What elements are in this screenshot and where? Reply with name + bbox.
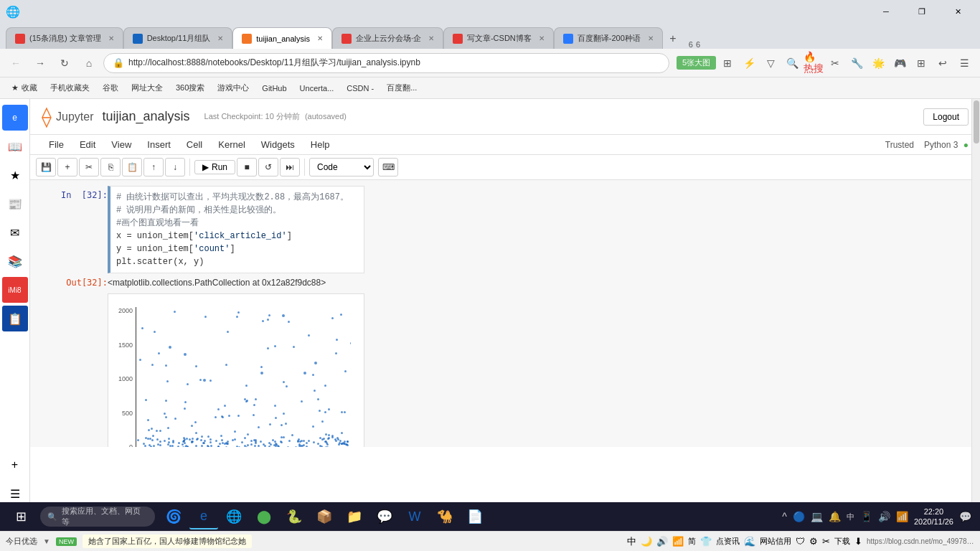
tools4-button[interactable]: 🎮 — [890, 53, 910, 73]
notebook-content[interactable]: In [32]: # 由统计数据可以查出，平均共现次数2.88，最高为1687。… — [30, 180, 980, 447]
save-button[interactable]: 💾 — [36, 158, 56, 176]
tools5-button[interactable]: ⊞ — [911, 53, 931, 73]
start-button[interactable]: ⊞ — [3, 504, 39, 529]
tray-volume[interactable]: 🔊 — [878, 511, 890, 522]
bookmark-item-3[interactable]: 网址大全 — [126, 81, 169, 95]
sidebar-icon-8[interactable]: 📋 — [2, 306, 28, 331]
move-up-button[interactable]: ↑ — [143, 158, 164, 176]
tab-tab6[interactable]: 百度翻译-200种语✕ — [554, 27, 663, 49]
tab-close-tab3[interactable]: ✕ — [317, 34, 323, 42]
taskbar-ie[interactable]: 🌐 — [220, 504, 248, 529]
undo-button[interactable]: ↩ — [933, 53, 953, 73]
menu-item-edit[interactable]: Edit — [72, 136, 103, 153]
bookmark-item-9[interactable]: 百度翻... — [381, 81, 423, 95]
bookmark-item-7[interactable]: Uncerta... — [294, 83, 340, 94]
tray-network[interactable]: 📶 — [896, 511, 908, 522]
interrupt-button[interactable]: ■ — [237, 158, 257, 176]
cut-cell-button[interactable]: ✂ — [79, 158, 99, 176]
back-button[interactable]: ← — [6, 53, 26, 73]
bookmark-item-2[interactable]: 谷歌 — [97, 81, 124, 95]
zoom-button[interactable]: 5张大图 — [677, 56, 716, 70]
refresh-button[interactable]: ↻ — [55, 53, 75, 73]
bookmark-item-6[interactable]: GitHub — [256, 83, 292, 94]
scatter-dot — [341, 411, 343, 413]
bookmark-item-8[interactable]: CSDN - — [341, 83, 380, 94]
hotreload-button[interactable]: 🔥热搜 — [804, 53, 824, 73]
taskbar-wechat[interactable]: 💬 — [370, 504, 399, 529]
sidebar-icon-4[interactable]: 📰 — [2, 191, 28, 217]
taskbar-search[interactable]: 🔍 搜索应用、文档、网页等 — [40, 507, 155, 527]
taskbar-pdf[interactable]: 📄 — [461, 504, 489, 529]
bookmark-item-5[interactable]: 游戏中心 — [212, 81, 255, 95]
menu-item-insert[interactable]: Insert — [140, 136, 178, 153]
tab-close-tab1[interactable]: ✕ — [108, 34, 114, 42]
copy-cell-button[interactable]: ⎘ — [100, 158, 121, 176]
restart-run-button[interactable]: ⏭ — [280, 158, 300, 176]
bookmark-item-0[interactable]: ★收藏 — [6, 81, 43, 95]
sidebar-icon-3[interactable]: ★ — [2, 162, 28, 188]
scrollbar-thumb[interactable] — [974, 100, 979, 143]
taskbar-app5[interactable]: 📦 — [310, 504, 339, 529]
restart-button[interactable]: ↺ — [258, 158, 278, 176]
sidebar-icon-6[interactable]: 📚 — [2, 248, 28, 274]
tools1-button[interactable]: ✂ — [825, 53, 845, 73]
menu-item-help[interactable]: Help — [303, 136, 337, 153]
tab-close-tab5[interactable]: ✕ — [539, 34, 545, 42]
forward-button[interactable]: → — [30, 53, 50, 73]
taskbar-cortana[interactable]: 🌀 — [159, 504, 188, 529]
taskbar-app6[interactable]: 📁 — [340, 504, 369, 529]
tab-tab1[interactable]: (15条消息) 文章管理✕ — [6, 27, 123, 49]
run-button[interactable]: ▶ Run — [194, 160, 235, 174]
add-cell-button[interactable]: + — [57, 158, 77, 176]
expand-button[interactable]: ▽ — [760, 53, 781, 73]
url-bar[interactable]: 🔒 http://localhost:8888/notebooks/Deskto… — [103, 53, 669, 73]
sidebar-icon-1[interactable]: e — [2, 105, 28, 131]
menu-item-kernel[interactable]: Kernel — [211, 136, 253, 153]
menu-item-cell[interactable]: Cell — [179, 136, 209, 153]
code-cell-32[interactable]: # 由统计数据可以查出，平均共现次数2.88，最高为1687。 # 说明用户看的… — [108, 186, 364, 273]
taskbar-chrome[interactable]: ⬤ — [250, 504, 278, 529]
menu-item-widgets[interactable]: Widgets — [254, 136, 302, 153]
tray-clock[interactable]: 22:20 2020/11/26 — [914, 507, 953, 527]
sidebar-add-icon[interactable]: + — [2, 452, 28, 478]
lightning-button[interactable]: ⚡ — [739, 53, 759, 73]
search-button[interactable]: 🔍 — [782, 53, 802, 73]
tab-close-tab6[interactable]: ✕ — [648, 34, 654, 42]
close-button[interactable]: ✕ — [941, 0, 974, 23]
tray-notification[interactable]: 💬 — [959, 511, 971, 522]
sidebar-icon-5[interactable]: ✉ — [2, 220, 28, 245]
new-tab-button[interactable]: + — [663, 29, 683, 49]
tab-close-tab2[interactable]: ✕ — [217, 34, 223, 42]
menu-button[interactable]: ☰ — [954, 53, 974, 73]
taskbar-app8[interactable]: 🐪 — [430, 504, 459, 529]
taskbar-app4[interactable]: 🐍 — [280, 504, 308, 529]
logout-button[interactable]: Logout — [923, 108, 969, 126]
sidebar-icon-7[interactable]: iMi8 — [2, 277, 28, 303]
menu-item-view[interactable]: View — [104, 136, 138, 153]
tab-close-tab4[interactable]: ✕ — [428, 34, 434, 42]
tray-show-hidden[interactable]: ^ — [782, 511, 787, 522]
keyboard-button[interactable]: ⌨ — [378, 158, 398, 176]
bookmark-item-1[interactable]: 手机收藏夹 — [44, 81, 95, 95]
tab-tab4[interactable]: 企业上云分会场·企✕ — [332, 27, 443, 49]
sidebar-icon-2[interactable]: 📖 — [2, 133, 28, 159]
home-button[interactable]: ⌂ — [79, 53, 99, 73]
taskbar-word[interactable]: W — [400, 504, 429, 529]
menu-item-file[interactable]: File — [42, 136, 71, 153]
bookmark-label-6: GitHub — [262, 84, 286, 93]
news-text[interactable]: 她含了国家上百亿，国人却修建博物馆纪念她 — [83, 534, 252, 548]
tab-tab5[interactable]: 写文章-CSDN博客✕ — [443, 27, 554, 49]
tools2-button[interactable]: 🔧 — [847, 53, 867, 73]
extensions-button[interactable]: ⊞ — [717, 53, 738, 73]
move-down-button[interactable]: ↓ — [165, 158, 185, 176]
restore-button[interactable]: ❐ — [905, 0, 938, 23]
tab-tab3[interactable]: tuijian_analysis✕ — [232, 27, 332, 49]
minimize-button[interactable]: ─ — [870, 0, 903, 23]
cell-type-select[interactable]: Code Markdown Raw — [309, 158, 374, 176]
right-scrollbar[interactable] — [971, 99, 980, 512]
tab-tab2[interactable]: Desktop/11月组队✕ — [123, 27, 233, 49]
tools3-button[interactable]: 🌟 — [868, 53, 888, 73]
bookmark-item-4[interactable]: 360搜索 — [170, 81, 210, 95]
paste-cell-button[interactable]: 📋 — [122, 158, 142, 176]
taskbar-edge[interactable]: e — [189, 504, 218, 529]
